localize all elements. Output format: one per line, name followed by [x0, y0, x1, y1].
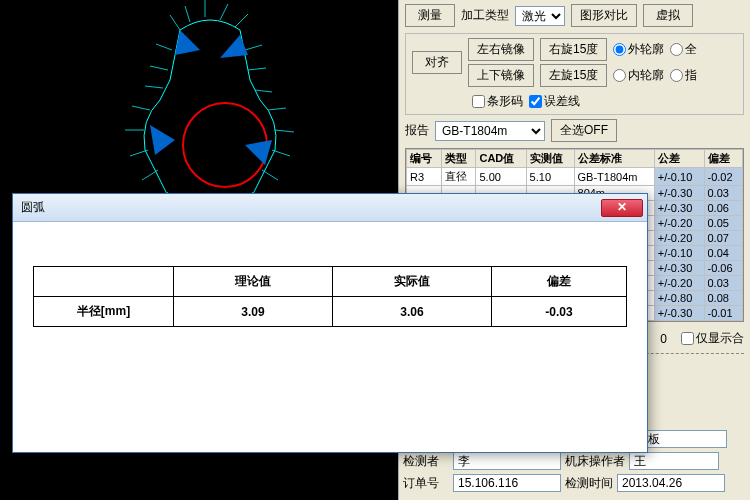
operator-input[interactable] [629, 452, 719, 470]
col-cad[interactable]: CAD值 [476, 150, 526, 168]
all-off-button[interactable]: 全选OFF [551, 119, 617, 142]
ptype-select[interactable]: 激光 [515, 6, 565, 26]
col-type[interactable]: 类型 [441, 150, 476, 168]
specify-radio[interactable]: 指 [670, 67, 697, 84]
inner-contour-radio[interactable]: 内轮廓 [613, 67, 664, 84]
inspector-input[interactable] [453, 452, 561, 470]
mirror-lr-button[interactable]: 左右镜像 [468, 38, 534, 61]
det-time-input[interactable] [617, 474, 725, 492]
arc-dialog: 圆弧 ✕ 理论值 实际值 偏差 半径[mm] 3.09 3.06 -0.03 [12, 193, 648, 453]
col-id[interactable]: 编号 [407, 150, 442, 168]
col-std[interactable]: 公差标准 [574, 150, 654, 168]
table-row[interactable]: R3直径5.005.10GB-T1804m+/-0.10-0.02 [407, 168, 743, 186]
inspector-label: 检测者 [403, 453, 449, 470]
arc-col-dev: 偏差 [492, 267, 627, 297]
dialog-titlebar[interactable]: 圆弧 ✕ [13, 194, 647, 222]
virtualize-button[interactable]: 虚拟 [643, 4, 693, 27]
operator-label: 机床操作者 [565, 453, 625, 470]
order-input[interactable] [453, 474, 561, 492]
all-radio[interactable]: 全 [670, 41, 697, 58]
order-label: 订单号 [403, 475, 449, 492]
align-button[interactable]: 对齐 [412, 51, 462, 74]
arc-col-theory: 理论值 [174, 267, 333, 297]
mirror-ud-button[interactable]: 上下镜像 [468, 64, 534, 87]
dialog-title: 圆弧 [21, 199, 45, 216]
close-icon[interactable]: ✕ [601, 199, 643, 217]
report-std-select[interactable]: GB-T1804m [435, 121, 545, 141]
only-show-oor-checkbox[interactable]: 仅显示合 [681, 330, 744, 347]
arc-theory-val: 3.09 [174, 297, 333, 327]
barcode-checkbox[interactable]: 条形码 [472, 93, 523, 110]
shape-compare-button[interactable]: 图形对比 [571, 4, 637, 27]
col-dev[interactable]: 偏差 [704, 150, 743, 168]
arc-table: 理论值 实际值 偏差 半径[mm] 3.09 3.06 -0.03 [33, 266, 627, 327]
report-label: 报告 [405, 122, 429, 139]
ptype-label: 加工类型 [461, 7, 509, 24]
rotate-left-15-button[interactable]: 左旋15度 [540, 64, 607, 87]
arc-row-label: 半径[mm] [34, 297, 174, 327]
arc-dev-val: -0.03 [492, 297, 627, 327]
errorline-checkbox[interactable]: 误差线 [529, 93, 580, 110]
arc-col-actual: 实际值 [333, 267, 492, 297]
col-meas[interactable]: 实测值 [526, 150, 574, 168]
arc-actual-val: 3.06 [333, 297, 492, 327]
items-count: 0 [660, 332, 667, 346]
det-time-label: 检测时间 [565, 475, 613, 492]
col-tol[interactable]: 公差 [654, 150, 704, 168]
outer-contour-radio[interactable]: 外轮廓 [613, 41, 664, 58]
rotate-right-15-button[interactable]: 右旋15度 [540, 38, 607, 61]
measure-button[interactable]: 测量 [405, 4, 455, 27]
